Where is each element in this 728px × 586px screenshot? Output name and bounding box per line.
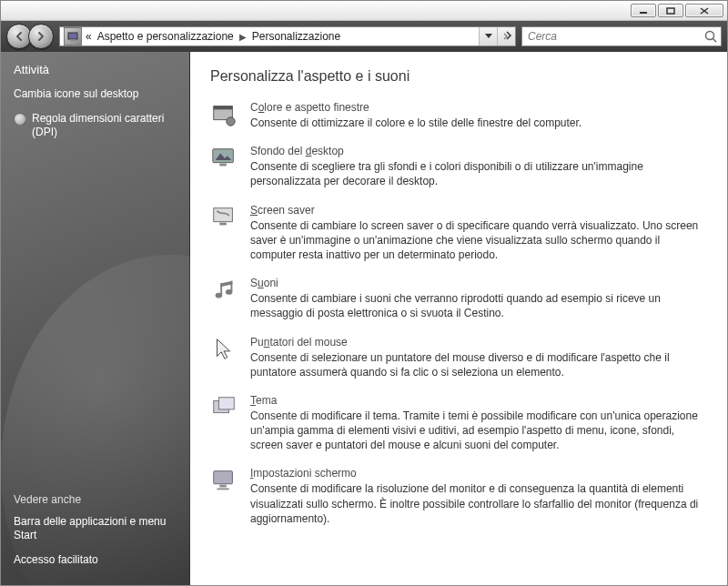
svg-line-7	[713, 39, 717, 43]
display-settings-icon	[210, 467, 238, 494]
item-description: Consente di cambiare lo screen saver o d…	[250, 218, 707, 263]
window-color-icon	[210, 101, 238, 128]
svg-rect-21	[214, 471, 233, 484]
svg-rect-1	[667, 8, 674, 14]
sounds-icon	[210, 277, 238, 304]
sidebar: Attività Cambia icone sul desktop Regola…	[1, 52, 190, 585]
link-desktop-background[interactable]: Sfondo del desktop	[250, 145, 344, 157]
sidebar-link-label: Cambia icone sul desktop	[14, 87, 138, 101]
item-theme: Tema Consente di modificare il tema. Tra…	[210, 394, 707, 453]
item-sounds: Suoni Consente di cambiare i suoni che v…	[210, 277, 707, 320]
search-input[interactable]	[522, 27, 721, 45]
minimize-button[interactable]	[631, 4, 656, 17]
svg-rect-4	[68, 33, 77, 39]
item-description: Consente di modificare la risoluzione de…	[250, 481, 707, 526]
svg-rect-22	[219, 485, 227, 488]
sidebar-link-label: Regola dimensioni caratteri (DPI)	[32, 112, 177, 139]
svg-rect-14	[219, 222, 227, 225]
sidebar-link-change-desktop-icons[interactable]: Cambia icone sul desktop	[14, 87, 177, 101]
link-sounds[interactable]: Suoni	[250, 277, 278, 289]
svg-rect-13	[214, 207, 233, 221]
desktop-background-icon	[210, 145, 238, 172]
mouse-pointer-icon	[210, 336, 238, 363]
item-window-color: Colore e aspetto finestre Consente di ot…	[210, 101, 707, 130]
item-description: Consente di selezionare un puntatore del…	[250, 350, 707, 379]
item-screen-saver: Screen saver Consente di cambiare lo scr…	[210, 204, 707, 263]
page-title: Personalizza l'aspetto e i suoni	[210, 68, 707, 85]
svg-rect-12	[219, 164, 227, 167]
breadcrumb-current[interactable]: Personalizzazione	[248, 30, 344, 43]
search-box[interactable]	[521, 26, 722, 46]
tasks-heading: Attività	[14, 63, 177, 76]
item-desktop-background: Sfondo del desktop Consente di scegliere…	[210, 145, 707, 188]
item-description: Consente di modificare il tema. Tramite …	[250, 409, 707, 453]
item-description: Consente di scegliere tra gli sfondi e i…	[250, 159, 707, 188]
screen-saver-icon	[210, 204, 238, 231]
item-display-settings: Impostazioni schermo Consente di modific…	[210, 467, 707, 526]
address-dropdown[interactable]	[479, 27, 497, 45]
svg-rect-23	[217, 489, 229, 490]
theme-icon	[210, 394, 238, 421]
breadcrumb-prefix: «	[86, 30, 94, 43]
item-description: Consente di ottimizzare il colore e lo s…	[250, 116, 707, 130]
window-titlebar	[1, 1, 727, 21]
sidebar-link-adjust-font-dpi[interactable]: Regola dimensioni caratteri (DPI)	[14, 112, 177, 139]
chevron-right-icon: ▶	[238, 32, 248, 42]
control-panel-icon	[64, 27, 82, 45]
svg-rect-11	[213, 149, 234, 163]
seealso-heading: Vedere anche	[14, 493, 177, 506]
content-pane: Personalizza l'aspetto e i suoni Colore …	[190, 52, 727, 585]
svg-rect-9	[214, 106, 233, 110]
svg-point-6	[706, 32, 714, 40]
item-description: Consente di cambiare i suoni che verrann…	[250, 291, 707, 320]
maximize-button[interactable]	[658, 4, 683, 17]
link-display-settings[interactable]: Impostazioni schermo	[250, 467, 357, 480]
link-screen-saver[interactable]: Screen saver	[250, 204, 315, 217]
link-theme[interactable]: Tema	[250, 394, 277, 407]
refresh-button[interactable]	[497, 27, 515, 45]
svg-rect-20	[218, 398, 234, 409]
address-bar[interactable]: « Aspetto e personalizzazione ▶ Personal…	[59, 26, 516, 46]
shield-icon	[14, 113, 26, 126]
navigation-bar: « Aspetto e personalizzazione ▶ Personal…	[1, 21, 727, 52]
search-icon	[703, 29, 718, 44]
breadcrumb-parent[interactable]: Aspetto e personalizzazione	[94, 30, 238, 43]
seealso-ease-of-access[interactable]: Accesso facilitato	[14, 553, 177, 567]
svg-point-10	[227, 117, 235, 126]
link-mouse-pointers[interactable]: Puntatori del mouse	[250, 336, 348, 349]
link-window-color[interactable]: Colore e aspetto finestre	[250, 101, 369, 114]
close-button[interactable]	[685, 4, 723, 17]
item-mouse-pointers: Puntatori del mouse Consente di selezion…	[210, 336, 707, 379]
seealso-taskbar-startmenu[interactable]: Barra delle applicazioni e menu Start	[14, 515, 177, 542]
svg-rect-5	[70, 39, 76, 41]
forward-button[interactable]	[28, 24, 54, 49]
